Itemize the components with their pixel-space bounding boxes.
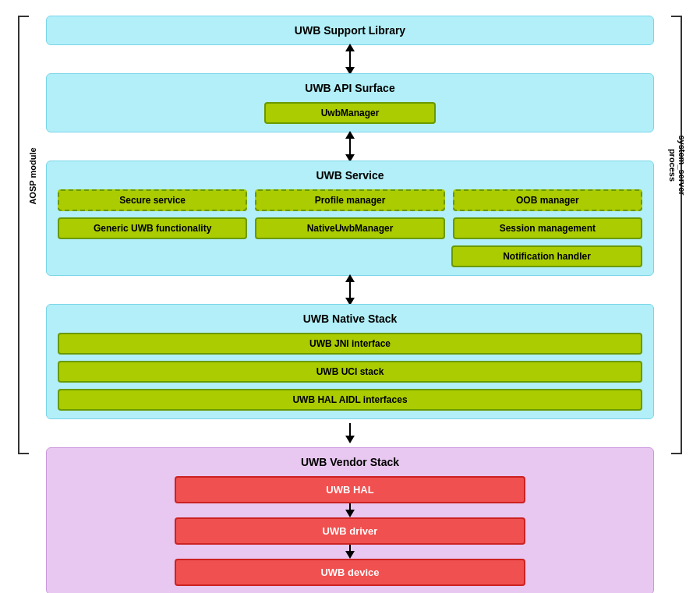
- arrow-2: [46, 132, 654, 161]
- arrow-head-up-2: [345, 131, 355, 139]
- arrow-shaft-4: [349, 423, 351, 436]
- vendor-stack-section: UWB Vendor Stack UWB HAL UWB driver UWB …: [46, 447, 654, 593]
- vendor-box-wrap: UWB HAL UWB driver UWB device: [175, 476, 525, 586]
- arrow-3: [46, 276, 654, 304]
- service-row-1: Secure service Profile manager OOB manag…: [58, 189, 642, 211]
- secure-service-box: Secure service: [58, 189, 247, 211]
- va-head-2: [345, 551, 355, 559]
- arrow-4: [46, 419, 654, 447]
- main-layout: UWB Support Library UWB API Surface UwbM…: [46, 16, 654, 593]
- profile-manager-box: Profile manager: [255, 189, 444, 211]
- service-row-2: Generic UWB functionality NativeUwbManag…: [58, 217, 642, 239]
- arrow-shaft-3: [349, 282, 351, 298]
- vendor-arrow-2: [345, 545, 355, 559]
- api-surface-section: UWB API Surface UwbManager: [46, 73, 654, 132]
- native-uwb-manager-box: NativeUwbManager: [255, 217, 444, 239]
- vendor-rows: UWB HAL UWB driver UWB device: [58, 476, 642, 586]
- notification-handler-box: Notification handler: [451, 245, 642, 267]
- uwb-jni-box: UWB JNI interface: [58, 333, 642, 355]
- oob-manager-box: OOB manager: [453, 189, 642, 211]
- arrow-head-up-1: [345, 44, 355, 51]
- arrow-1: [46, 45, 654, 73]
- aosp-label: AOSP module: [28, 147, 37, 204]
- va-head-1: [345, 510, 355, 517]
- arrow-shaft-2: [349, 139, 351, 154]
- arrow-head-down-4: [345, 436, 355, 443]
- diagram-container: UWB Support Library UWB API Surface UwbM…: [15, 0, 685, 593]
- generic-uwb-box: Generic UWB functionality: [58, 217, 247, 239]
- uwb-driver-box: UWB driver: [175, 517, 525, 545]
- vendor-arrow-1: [345, 503, 355, 517]
- arrow-head-up-3: [345, 274, 355, 282]
- session-management-box: Session management: [453, 217, 642, 239]
- va-shaft-1: [349, 503, 351, 510]
- uwb-device-box: UWB device: [175, 559, 525, 586]
- system-server-bracket: [671, 16, 682, 454]
- native-stack-rows: UWB JNI interface UWB UCI stack UWB HAL …: [58, 333, 642, 411]
- system-server-label: system_server process: [667, 135, 686, 195]
- api-surface-title: UWB API Surface: [58, 82, 642, 94]
- uwb-hal-box: UWB HAL: [175, 476, 525, 503]
- uwb-service-section: UWB Service Secure service Profile manag…: [46, 161, 654, 276]
- uwb-manager-box: UwbManager: [264, 102, 436, 124]
- support-library-title: UWB Support Library: [295, 24, 405, 37]
- uwb-service-title: UWB Service: [58, 169, 642, 182]
- aosp-bracket: [18, 16, 29, 454]
- native-stack-title: UWB Native Stack: [58, 312, 642, 325]
- vendor-stack-title: UWB Vendor Stack: [58, 456, 642, 468]
- va-shaft-2: [349, 545, 351, 551]
- native-stack-section: UWB Native Stack UWB JNI interface UWB U…: [46, 304, 654, 419]
- support-library-section: UWB Support Library: [46, 16, 654, 45]
- arrow-shaft-1: [349, 51, 351, 67]
- uwb-hal-aidl-box: UWB HAL AIDL interfaces: [58, 389, 642, 411]
- uwb-uci-box: UWB UCI stack: [58, 361, 642, 383]
